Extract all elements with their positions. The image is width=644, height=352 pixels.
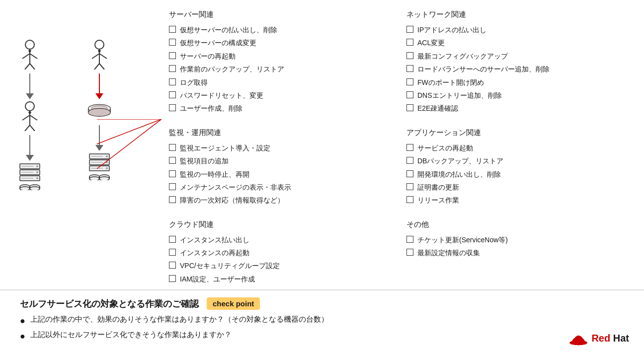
svg-point-64 xyxy=(570,340,587,345)
checkbox[interactable] xyxy=(169,262,176,269)
checkbox[interactable] xyxy=(169,39,176,46)
item-text: 最新設定情報の収集 xyxy=(417,247,480,258)
section-title-0: サーバー関連 xyxy=(169,10,397,19)
svg-point-48 xyxy=(106,167,108,169)
svg-point-0 xyxy=(25,40,34,49)
checkbox[interactable] xyxy=(406,170,413,177)
section-title-2: クラウド関連 xyxy=(169,220,397,229)
checklist-section-0: サーバー関連仮想サーバーの払い出し、削除仮想サーバーの構成変更サーバーの再起動作… xyxy=(169,10,397,114)
checkbox[interactable] xyxy=(406,39,413,46)
svg-point-31 xyxy=(95,40,104,49)
checklist-item: リリース作業 xyxy=(406,195,634,206)
svg-line-2 xyxy=(22,54,30,59)
checkbox[interactable] xyxy=(169,26,176,33)
checklist-column-left: サーバー関連仮想サーバーの払い出し、削除仮想サーバーの構成変更サーバーの再起動作… xyxy=(169,10,397,284)
checkbox[interactable] xyxy=(169,65,176,72)
item-text: DBバックアップ、リストア xyxy=(417,155,503,166)
checkbox[interactable] xyxy=(169,52,176,59)
checkbox[interactable] xyxy=(406,144,413,151)
checkbox[interactable] xyxy=(169,78,176,85)
item-text: VPC/セキュリティグループ設定 xyxy=(180,260,280,271)
svg-line-34 xyxy=(99,54,107,59)
platform-device xyxy=(84,101,114,121)
section-title-1: アプリケーション関連 xyxy=(406,128,634,138)
bottom-area: セルフサービス化の対象となる作業のご確認 check point ●上記の作業の… xyxy=(0,289,644,352)
svg-point-17 xyxy=(36,165,38,167)
bottom-title-row: セルフサービス化の対象となる作業のご確認 check point xyxy=(20,297,624,310)
checklist-item: ロードバランサーへのサーバー追加、削除 xyxy=(406,64,634,74)
svg-point-59 xyxy=(99,177,109,180)
checklist-item: 障害の一次対応（情報取得など） xyxy=(169,195,397,206)
section-title-2: その他 xyxy=(406,220,634,229)
checklist-item: 仮想サーバーの構成変更 xyxy=(169,37,397,48)
checkbox[interactable] xyxy=(406,104,413,111)
checkbox[interactable] xyxy=(169,236,176,243)
checkbox[interactable] xyxy=(406,91,413,98)
bullet-text: 上記の作業の中で、効果のありそうな作業はありますか？（その対象となる機器の台数） xyxy=(30,315,328,324)
checkbox[interactable] xyxy=(406,196,413,203)
item-text: ACL変更 xyxy=(417,37,445,48)
item-text: 仮想サーバーの構成変更 xyxy=(180,37,256,48)
checklist-item: 最新コンフィグバックアップ xyxy=(406,51,634,62)
item-text: IAM設定、ユーザー作成 xyxy=(180,274,255,284)
item-text: E2E疎通確認 xyxy=(417,103,458,114)
arrow-down-right-red xyxy=(93,73,105,99)
item-text: DNSエントリー追加、削除 xyxy=(417,90,502,101)
redhat-hat-icon xyxy=(568,331,588,346)
checkbox[interactable] xyxy=(169,91,176,98)
checklist-item: チケット更新(ServiceNow等) xyxy=(406,234,634,245)
bottom-title: セルフサービス化の対象となる作業のご確認 xyxy=(20,298,199,310)
svg-point-46 xyxy=(106,155,108,157)
checklist-section-1: 監視・運用関連監視エージェント導入・設定監視項目の追加監視の一時停止、再開メンテ… xyxy=(169,128,397,206)
checkbox[interactable] xyxy=(406,26,413,33)
checklist-item: インスタンス払い出し xyxy=(169,234,397,245)
item-text: インスタンスの再起動 xyxy=(180,247,249,258)
bullet-dot: ● xyxy=(20,315,25,327)
item-text: サーバーの再起動 xyxy=(180,51,236,62)
checkbox[interactable] xyxy=(406,78,413,85)
section-title-0: ネットワーク関連 xyxy=(406,10,634,19)
bottom-bullets: ●上記の作業の中で、効果のありそうな作業はありますか？（その対象となる機器の台数… xyxy=(20,315,624,343)
bottom-bullet-item: ●上記以外にセルフサービス化できそうな作業はありますか？ xyxy=(20,330,624,343)
checkbox[interactable] xyxy=(169,183,176,190)
svg-point-55 xyxy=(89,177,99,180)
checklist-item: 監視エージェント導入・設定 xyxy=(169,142,397,153)
item-text: IPアドレスの払い出し xyxy=(417,24,486,35)
bottom-bullet-item: ●上記の作業の中で、効果のありそうな作業はありますか？（その対象となる機器の台数… xyxy=(20,315,624,327)
checklist-item: IPアドレスの払い出し xyxy=(406,24,634,35)
checklist-item: E2E疎通確認 xyxy=(406,103,634,114)
svg-line-12 xyxy=(30,125,35,131)
checkbox[interactable] xyxy=(169,170,176,177)
diagram-col-left xyxy=(10,40,50,192)
checklist-section-2: その他チケット更新(ServiceNow等)最新設定情報の収集 xyxy=(406,220,634,259)
check-point-badge: check point xyxy=(207,297,260,310)
checkbox[interactable] xyxy=(169,157,176,164)
checkbox[interactable] xyxy=(169,249,176,256)
arrow-down-left1 xyxy=(24,73,36,99)
item-text: サービスの再起動 xyxy=(417,142,473,153)
checkbox[interactable] xyxy=(406,183,413,190)
diagram-col-right xyxy=(80,40,119,182)
item-text: 監視の一時停止、再開 xyxy=(180,169,249,180)
checkbox[interactable] xyxy=(406,52,413,59)
svg-line-3 xyxy=(30,54,37,59)
checklist-item: サーバーの再起動 xyxy=(169,51,397,62)
item-text: 障害の一次対応（情報取得など） xyxy=(180,195,284,206)
svg-line-10 xyxy=(30,115,37,120)
checkbox[interactable] xyxy=(169,144,176,151)
checkbox[interactable] xyxy=(169,275,176,282)
checklist-section-1: アプリケーション関連サービスの再起動DBバックアップ、リストア開発環境の払い出し… xyxy=(406,128,634,206)
checkbox[interactable] xyxy=(169,104,176,111)
arrow-down-right2 xyxy=(93,125,105,151)
checklist-section-0: ネットワーク関連IPアドレスの払い出しACL変更最新コンフィグバックアップロード… xyxy=(406,10,634,114)
bullet-text: 上記以外にセルフサービス化できそうな作業はありますか？ xyxy=(30,330,232,340)
svg-point-30 xyxy=(30,187,40,190)
checkbox[interactable] xyxy=(169,196,176,203)
checklist-item: パスワードリセット、変更 xyxy=(169,90,397,101)
diagram-area xyxy=(10,10,164,284)
svg-point-18 xyxy=(36,171,38,173)
checkbox[interactable] xyxy=(406,236,413,243)
checkbox[interactable] xyxy=(406,65,413,72)
checkbox[interactable] xyxy=(406,249,413,256)
checkbox[interactable] xyxy=(406,157,413,164)
